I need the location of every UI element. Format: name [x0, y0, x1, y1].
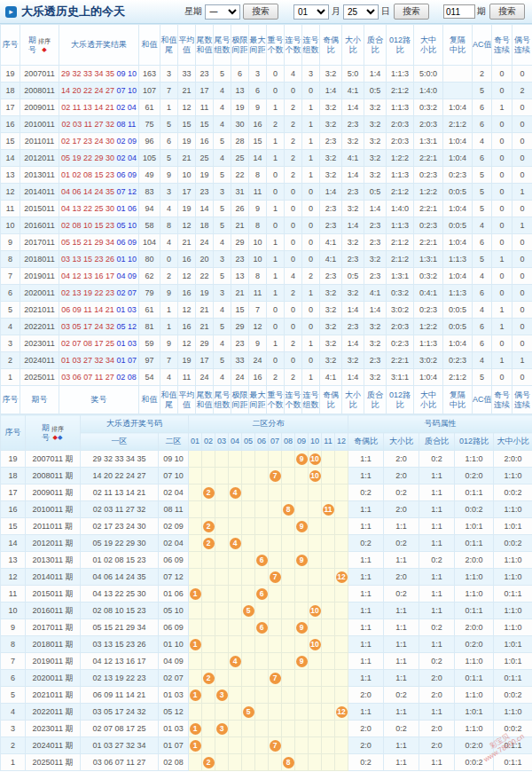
stat-cell: 3: [214, 285, 231, 302]
stat-cell: 6: [473, 99, 492, 116]
day-select[interactable]: 25: [343, 4, 379, 20]
sort-icon[interactable]: 排序◆◆: [51, 425, 64, 440]
stat-cell: 20: [196, 251, 214, 268]
stat-cell: 1: [267, 201, 285, 217]
zone-cell-12: [335, 603, 348, 619]
stat-cell: 1: [302, 99, 320, 116]
stat-cell: 0: [492, 66, 512, 83]
issue-sort-header[interactable]: 期号排序◆◆: [26, 415, 81, 451]
issue-cell: 2009011: [20, 99, 59, 116]
week-select[interactable]: 一: [205, 4, 240, 20]
zone-cell-9: [295, 754, 309, 771]
zone-cell-12: [335, 518, 348, 535]
search-week-button[interactable]: 搜索: [243, 4, 278, 20]
back-ball: 2: [203, 538, 215, 549]
stat-cell: 8: [249, 268, 267, 285]
stat-cell: 2: [160, 268, 178, 285]
stat-cell: 2:3: [342, 116, 364, 133]
zone-cell-6: [255, 687, 269, 704]
stat-cell: 3:2: [364, 150, 387, 167]
stat-cell: 3:0:2: [414, 352, 443, 369]
zone-cell-3: [215, 586, 229, 603]
back-ball: 9: [296, 656, 308, 667]
attr-cell: 1:1: [419, 468, 455, 484]
stat-cell: 3: [249, 66, 267, 83]
stat-cell: 0:0:5: [443, 217, 473, 234]
stat-cell: 58: [139, 217, 160, 234]
search-issue-button[interactable]: 搜索: [489, 4, 525, 20]
stat-cell: 0: [492, 335, 512, 352]
zone-row: 172009011 期02 11 13 14 2102 04240:20:21:…: [1, 484, 532, 501]
stat-cell: 1: [267, 99, 285, 116]
stat-cell: 16: [249, 116, 267, 133]
zone-cell-6: [255, 518, 269, 535]
back-ball: 2: [203, 521, 215, 532]
stat-cell: 6: [249, 83, 267, 99]
back-numbers-cell: 01 03: [159, 687, 189, 704]
issue-cell: 2021011: [20, 302, 59, 319]
stat-cell: 1:4:0: [387, 201, 414, 217]
zone-cell-1: [189, 754, 202, 771]
attr-cell: 0:2: [384, 586, 419, 603]
zone-cell-2: [202, 619, 215, 636]
stat-cell: 21: [196, 319, 214, 335]
zone-cell-4: 4: [229, 535, 242, 552]
zone-cell-7: 7: [269, 670, 282, 687]
zone-cell-1: [189, 468, 202, 484]
stat-cell: 19: [196, 285, 214, 302]
stat-cell: 6: [231, 66, 249, 83]
stat-cell: 1: [267, 268, 285, 285]
zone-cell-2: [202, 687, 215, 704]
zone-cell-12: [335, 670, 348, 687]
issue-input[interactable]: [443, 4, 475, 19]
col-header-2: 大乐透开奖结果: [59, 25, 139, 66]
stat-cell: 2:3: [320, 133, 342, 150]
zone-cell-4: [229, 569, 242, 586]
stat-cell: 8: [249, 217, 267, 234]
issue-cell: 2025011 期: [26, 754, 81, 771]
sort-icon[interactable]: 排序◆: [38, 37, 51, 52]
stat-cell: 5:0: [342, 66, 364, 83]
stat-cell: 1: [302, 335, 320, 352]
attr-cell: 2:0: [419, 687, 455, 704]
month-select[interactable]: 01: [293, 4, 329, 20]
attr-cell: 2:0: [348, 737, 384, 754]
stat-cell: 31: [231, 184, 249, 201]
stat-cell: 1: [267, 234, 285, 251]
zone-cell-1: 1: [189, 687, 202, 704]
attr-cell: 0:1:1: [494, 737, 532, 754]
stat-cell: 3:2: [320, 99, 342, 116]
stat-cell: 0:2:3: [414, 217, 443, 234]
zone-cell-7: [269, 636, 282, 653]
zone-cell-7: [269, 552, 282, 569]
issue-sort-header[interactable]: 期号排序◆: [20, 25, 59, 66]
stat-cell: 1:0:4: [443, 201, 473, 217]
stat-cell: 19: [178, 133, 196, 150]
stat-cell: 5: [473, 167, 492, 184]
zone-cell-2: [202, 737, 215, 754]
stat-cell: 1:2:2: [387, 150, 414, 167]
zone-row: 162010011 期02 03 11 27 3208 118111:12:01…: [1, 501, 532, 518]
col-header-12: 连号组数: [302, 25, 320, 66]
zone-cell-6: [255, 670, 269, 687]
stat-cell: 1:0:4: [443, 268, 473, 285]
back-numbers-cell: 07 12: [159, 569, 189, 586]
front-numbers-cell: 05 15 21 29 34: [81, 619, 159, 636]
stat-cell: 2:1:2: [443, 369, 473, 386]
zone-cell-4: [229, 518, 242, 535]
search-date-button[interactable]: 搜索: [394, 4, 429, 20]
zone-cell-9: [295, 670, 309, 687]
issue-cell: 2021011 期: [26, 687, 81, 704]
history-stats-table: 序号期号排序◆大乐透开奖结果和值和值尾平均值尾数和值尾号组数极限间距最大间距重号…: [0, 24, 532, 414]
zone-cell-12: [335, 535, 348, 552]
zone-cell-3: [215, 653, 229, 670]
stat-cell: 0: [302, 251, 320, 268]
attr-cell: 0:1:1: [455, 484, 494, 501]
attr-cell: 0:2:0: [455, 737, 494, 754]
zone-cell-3: [215, 704, 229, 721]
col-header-num-09: 09: [295, 433, 309, 451]
stat-cell: 10: [178, 167, 196, 184]
zone-cell-6: [255, 451, 269, 468]
zone-cell-9: 9: [295, 619, 309, 636]
t1-header-row: 序号期号排序◆大乐透开奖结果和值和值尾平均值尾数和值尾号组数极限间距最大间距重号…: [1, 25, 532, 66]
